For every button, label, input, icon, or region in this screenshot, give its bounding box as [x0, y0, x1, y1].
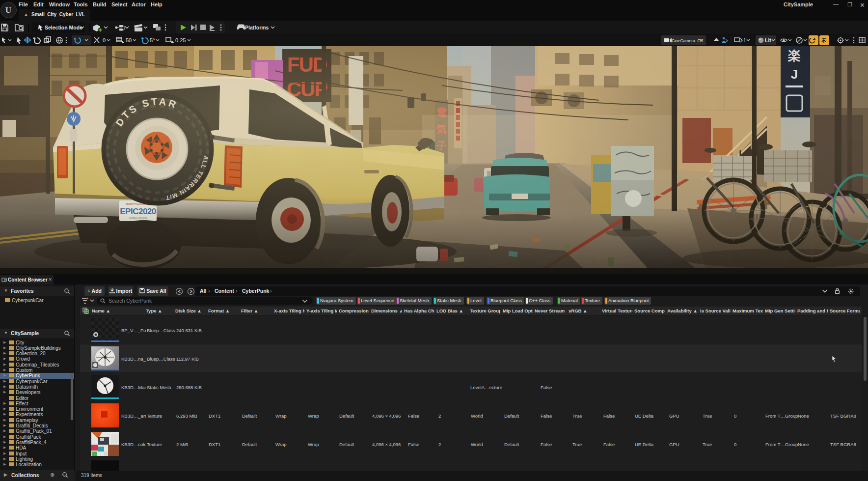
svg-text:Platforms: Platforms — [245, 25, 269, 30]
svg-text:0: 0 — [103, 37, 106, 43]
svg-text:Selection Mode: Selection Mode — [45, 25, 82, 30]
svg-text:CineCamera_OJ: CineCamera_OJ — [672, 38, 703, 43]
svg-text:1: 1 — [743, 37, 746, 43]
svg-text:50: 50 — [126, 37, 132, 43]
svg-text:5°: 5° — [150, 37, 155, 43]
svg-text:U: U — [5, 5, 11, 15]
svg-text:Lit: Lit — [765, 37, 771, 43]
svg-text:0.25: 0.25 — [175, 37, 186, 43]
